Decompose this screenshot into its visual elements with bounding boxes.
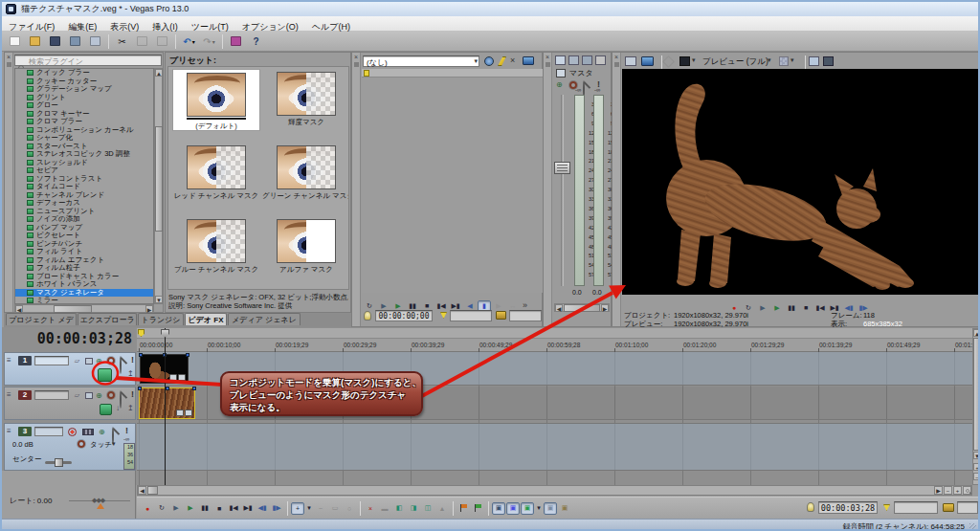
remove-plugin-icon[interactable]: × <box>510 55 515 65</box>
video-event-track2[interactable] <box>139 387 195 419</box>
tree-horizontal-scrollbar[interactable]: ◀ ▶ <box>14 304 154 313</box>
split-screen-icon[interactable] <box>679 56 690 66</box>
panel-grip[interactable]: × <box>5 53 13 312</box>
panel-grip[interactable]: × <box>544 53 552 326</box>
audio-plugin-icon[interactable]: ⊕ <box>99 428 105 436</box>
scroll-left-icon[interactable]: ◀ <box>15 305 23 313</box>
timeline-vertical-scrollbar[interactable]: ▲ ▼ + − <box>972 328 980 485</box>
solo-icon[interactable]: ! <box>131 389 134 399</box>
solo-icon[interactable]: ! <box>131 355 134 365</box>
redo-icon[interactable]: ↷▾ <box>200 33 218 50</box>
interaction-tool-icon[interactable] <box>227 33 245 50</box>
make-composite-child-icon[interactable]: ↓ <box>116 404 120 412</box>
track-motion-icon[interactable]: ▱ <box>72 356 82 365</box>
snap-to-markers-icon[interactable]: ▣ <box>521 502 534 515</box>
chevron-down-icon[interactable]: ▾ <box>692 56 696 64</box>
track-row-3[interactable] <box>137 423 972 471</box>
event-edge-right-icon[interactable]: ◨ <box>407 502 420 515</box>
event-fx-buttons[interactable] <box>169 374 186 381</box>
track-name-field[interactable] <box>34 427 63 436</box>
mixer-view-icon[interactable] <box>595 55 606 65</box>
copy-icon[interactable] <box>133 33 151 50</box>
make-composite-parent-icon[interactable]: ↥ <box>127 369 134 378</box>
split-icon[interactable]: ◫ <box>421 502 434 515</box>
prev-keyframe-icon[interactable]: ▮◀ <box>434 300 448 313</box>
close-icon[interactable]: × <box>612 54 620 60</box>
play-from-start-icon[interactable]: ▶ <box>756 302 769 315</box>
normal-edit-tool-icon[interactable]: + <box>291 502 304 515</box>
pin-icon[interactable] <box>546 62 550 67</box>
chevron-down-icon[interactable]: ▾ <box>768 56 771 64</box>
fx-timecode-field[interactable]: 00:00:00;00 <box>375 310 433 321</box>
meter-right[interactable] <box>593 95 604 286</box>
composite-mode-button[interactable] <box>100 404 112 415</box>
go-to-end-icon[interactable]: ▶▮ <box>241 502 255 515</box>
frame-forward-icon[interactable]: ▮▶ <box>270 502 283 515</box>
bypass-motion-blur-icon[interactable] <box>83 356 94 365</box>
record-icon[interactable]: ● <box>141 502 154 515</box>
dock-tab-3[interactable]: トランジション <box>138 313 184 325</box>
open-project-icon[interactable] <box>26 33 44 50</box>
auto-ripple-icon[interactable]: ▣ <box>544 502 557 515</box>
resize-grip[interactable] <box>969 523 976 530</box>
chevron-down-icon[interactable]: ▾ <box>791 56 794 64</box>
preset-tile[interactable]: グリーン チャンネル マスク <box>262 143 349 200</box>
project-marker-icon[interactable] <box>138 329 145 337</box>
insert-marker-icon[interactable] <box>457 502 470 515</box>
event-handle[interactable] <box>186 353 189 357</box>
gain-slider[interactable] <box>45 461 72 464</box>
zoom-tool-icon[interactable] <box>963 486 971 495</box>
copy-snapshot-icon[interactable] <box>809 56 819 66</box>
dock-tab-2[interactable]: エクスプローラ <box>78 313 137 325</box>
mixer-scrollbar[interactable]: ◀ ▶ <box>554 303 610 312</box>
event-handle[interactable] <box>192 387 196 390</box>
mute-icon[interactable] <box>120 356 122 374</box>
automation-mode-label[interactable]: タッチ <box>90 440 112 450</box>
track-header-1[interactable]: ≡ 1 ▱ ⊕ ! ↓ ↥ <box>4 352 136 386</box>
track-fx-gear-icon[interactable] <box>107 357 115 365</box>
scroll-up-icon[interactable]: ▲ <box>155 69 163 77</box>
video-preview-icon[interactable] <box>523 56 534 65</box>
delete-icon[interactable]: × <box>364 502 377 515</box>
edit-cursor-time-display[interactable]: 00:00:03;28 <box>2 330 132 347</box>
lock-envelopes-icon[interactable]: ▣ <box>558 502 571 515</box>
track-gain-value[interactable]: 0.0 dB <box>12 440 33 449</box>
scroll-thumb[interactable] <box>54 305 92 313</box>
panel-grip[interactable]: × <box>352 53 361 326</box>
cursor-timecode-field[interactable]: 00:00:03;28 <box>818 501 878 514</box>
external-monitor-icon[interactable] <box>625 56 636 66</box>
track-motion-icon[interactable]: ▱ <box>72 390 82 400</box>
project-properties-icon[interactable] <box>86 33 104 50</box>
tree-vertical-scrollbar[interactable]: ▲ ▼ <box>154 68 163 304</box>
search-input[interactable]: 検索プラグイン <box>14 55 162 66</box>
selection-length-field[interactable] <box>957 501 978 514</box>
selection-length-field[interactable] <box>509 310 542 321</box>
close-icon[interactable]: × <box>544 54 551 60</box>
cut-icon[interactable]: ✂ <box>113 33 131 50</box>
go-to-start-icon[interactable]: ▮◀ <box>227 502 240 515</box>
preset-tile[interactable]: アルファ マスク <box>262 216 349 274</box>
master-fader-handle[interactable] <box>554 162 570 174</box>
undo-icon[interactable]: ↶▾ <box>180 33 198 50</box>
keyframe-marker-bar[interactable] <box>362 69 543 77</box>
zoom-in-track-height-icon[interactable]: + <box>973 463 980 471</box>
go-to-start-icon[interactable]: ▮◀ <box>813 302 827 315</box>
time-ruler[interactable]: 00:00:00;0000:00:10;0000:00:19;2900:00:2… <box>137 339 972 352</box>
chevron-down-icon[interactable]: ▾ <box>474 57 478 65</box>
dock-tab-5[interactable]: メディア ジェネレータ <box>228 313 301 325</box>
fx-preset-combobox[interactable]: (なし) ▾ <box>363 55 479 67</box>
meter-display-icon[interactable] <box>82 429 94 435</box>
save-project-icon[interactable] <box>46 33 64 50</box>
chevron-down-icon[interactable]: ▾ <box>112 440 116 448</box>
pin-icon[interactable] <box>354 62 359 67</box>
selection-edit-tool-icon[interactable]: ▭ <box>328 502 342 515</box>
marker-bar[interactable] <box>137 328 972 339</box>
pin-icon[interactable] <box>7 62 11 67</box>
preview-quality-label[interactable]: プレビュー (フル) <box>702 56 768 68</box>
compositing-parent-icon[interactable]: ⊕ <box>96 357 102 365</box>
solo-icon[interactable]: ! <box>125 426 128 435</box>
plugin-browser-icon[interactable] <box>484 56 494 66</box>
tree-item[interactable]: ミラー <box>15 297 153 304</box>
grid-overlay-icon[interactable] <box>779 56 789 66</box>
sync-cursor-icon[interactable]: ↻ <box>363 300 376 313</box>
